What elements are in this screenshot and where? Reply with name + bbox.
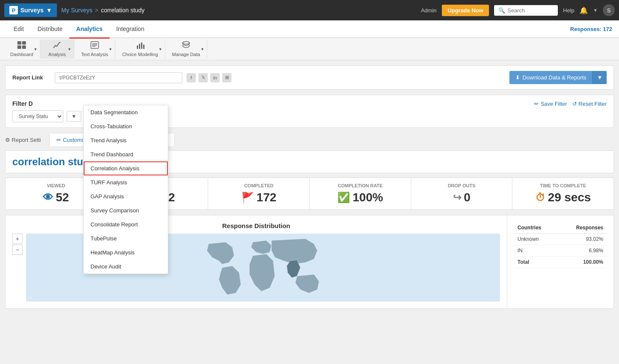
svg-rect-10 <box>141 42 142 49</box>
search-icon: 🔍 <box>498 7 505 14</box>
download-btn-group: ⬇ Download Data & Reports ▼ <box>509 71 607 84</box>
toolbar-choice-modelling-arrow: ▼ <box>158 47 162 51</box>
country-response: 6.98% <box>558 245 607 257</box>
dropout-icon: ↪ <box>453 192 461 203</box>
dashboard-icon <box>17 41 26 51</box>
toolbar-manage-data-label: Manage Data <box>172 52 200 57</box>
dropdown-icon: ▼ <box>593 8 598 13</box>
stat-completion-rate: COMPLETION RATE ✅ 100% <box>310 178 411 209</box>
filter-actions: ✏ Save Filter ↺ Reset Filter <box>534 101 607 107</box>
total-value: 100.00% <box>558 257 607 268</box>
table-row-total: Total 100.00% <box>514 257 607 268</box>
table-row: Unknown 93.02% <box>514 234 607 245</box>
toolbar-dashboard[interactable]: Dashboard ▼ <box>3 40 40 59</box>
search-box[interactable]: 🔍 <box>494 5 558 16</box>
dropdown-item-tubepulse[interactable]: TubePulse <box>84 231 168 245</box>
dropdown-item-consolidate-report[interactable]: Consolidate Report <box>84 217 168 231</box>
toolbar-choice-modelling[interactable]: Choice Modelling ▼ <box>115 40 165 59</box>
report-link-bar: Report Link f 𝕏 in ⊞ ⬇ Download Data & R… <box>5 65 614 90</box>
analysis-dropdown: Data Segmentation Cross-Tabulation Trend… <box>83 105 168 274</box>
report-link-url[interactable] <box>55 72 182 83</box>
countries-column-header: Countries <box>514 222 558 234</box>
save-filter-link[interactable]: ✏ Save Filter <box>534 101 567 107</box>
stat-completed: COMPLETED 🚩 172 <box>208 178 310 209</box>
stat-completed-value: 🚩 172 <box>215 191 302 204</box>
svg-rect-2 <box>17 45 21 49</box>
dropdown-item-correlation-analysis[interactable]: Correlation Analysis <box>84 161 168 175</box>
stat-completion-rate-label: COMPLETION RATE <box>317 183 404 188</box>
timer-icon: ⏱ <box>535 192 546 203</box>
toolbar-text-analysis-label: Text Analysis <box>81 52 108 57</box>
qr-icon[interactable]: ⊞ <box>222 73 232 82</box>
toolbar-manage-data-arrow: ▼ <box>201 47 204 51</box>
dropdown-item-trend-dashboard[interactable]: Trend Dashboard <box>84 147 168 161</box>
user-avatar[interactable]: S <box>603 4 615 16</box>
toolbar-analysis-arrow: ▼ <box>68 47 71 51</box>
svg-rect-0 <box>17 41 21 45</box>
toolbar-choice-modelling-label: Choice Modelling <box>122 52 158 57</box>
survey-status-select[interactable]: Survey Statu <box>12 110 63 122</box>
dropdown-item-data-segmentation[interactable]: Data Segmentation <box>84 105 168 119</box>
flag-icon: 🚩 <box>241 192 254 203</box>
svg-rect-11 <box>143 45 144 49</box>
linkedin-icon[interactable]: in <box>210 73 220 82</box>
reset-filter-link[interactable]: ↺ Reset Filter <box>572 101 607 107</box>
stat-dropouts-value: ↪ 0 <box>418 191 506 204</box>
country-name: IN <box>514 245 558 257</box>
analysis-icon <box>53 41 61 51</box>
admin-label: Admin <box>421 7 437 14</box>
bell-icon[interactable]: 🔔 <box>579 6 588 14</box>
dropdown-item-gap-analysis[interactable]: GAP Analysis <box>84 189 168 203</box>
download-icon: ⬇ <box>515 74 520 81</box>
toolbar-analysis-label: Analysis <box>48 52 66 57</box>
breadcrumb-separator: > <box>95 7 98 14</box>
breadcrumb-current: correlation study <box>101 7 145 14</box>
svg-rect-3 <box>22 45 26 49</box>
toolbar-dashboard-arrow: ▼ <box>34 47 37 51</box>
stat-completed-label: COMPLETED <box>215 183 302 188</box>
eye-icon: 👁 <box>43 192 53 203</box>
filter-dropdown-button[interactable]: ▼ <box>67 111 81 122</box>
report-link-label: Report Link <box>12 74 51 81</box>
nav-item-integration[interactable]: Integration <box>110 20 151 39</box>
twitter-icon[interactable]: 𝕏 <box>198 73 208 82</box>
text-analysis-icon <box>90 41 99 51</box>
reset-filter-icon: ↺ <box>572 101 577 107</box>
toolbar-text-analysis[interactable]: Text Analysis ▼ <box>74 40 116 59</box>
toolbar-manage-data[interactable]: Manage Data ▼ <box>165 40 207 59</box>
report-settings-link[interactable]: ⚙ Report Setti <box>5 137 41 143</box>
download-dropdown-arrow-button[interactable]: ▼ <box>592 71 607 84</box>
map-container: Response Distribution + − <box>6 215 507 308</box>
dropdown-item-survey-comparison[interactable]: Survey Comparison <box>84 203 168 217</box>
nav-item-distribute[interactable]: Distribute <box>31 20 69 39</box>
breadcrumb-my-surveys[interactable]: My Surveys <box>61 7 92 14</box>
dropdown-item-device-audit[interactable]: Device Audit <box>84 260 168 274</box>
checkmark-icon: ✅ <box>337 192 350 203</box>
svg-point-12 <box>183 42 189 44</box>
search-input[interactable] <box>507 7 554 14</box>
dropdown-item-turf-analysis[interactable]: TURF Analysis <box>84 175 168 189</box>
brand-button[interactable]: P Surveys ▼ <box>4 3 57 17</box>
social-icons: f 𝕏 in ⊞ <box>187 73 232 82</box>
dropdown-item-trend-analysis[interactable]: Trend Analysis <box>84 133 168 147</box>
facebook-icon[interactable]: f <box>187 73 196 82</box>
country-name: Unknown <box>514 234 558 245</box>
country-table: Countries Responses Unknown 93.02% IN 6.… <box>507 215 613 308</box>
map-zoom-in-button[interactable]: + <box>12 234 23 244</box>
toolbar-analysis[interactable]: Analysis ▼ <box>40 40 74 59</box>
nav-item-edit[interactable]: Edit <box>7 20 31 39</box>
download-data-reports-button[interactable]: ⬇ Download Data & Reports <box>509 71 592 84</box>
dropdown-item-cross-tabulation[interactable]: Cross-Tabulation <box>84 119 168 133</box>
stat-dropouts: DROP OUTS ↪ 0 <box>411 178 513 209</box>
map-zoom-out-button[interactable]: − <box>12 245 23 255</box>
dropdown-item-heatmap-analysis[interactable]: HeatMap Analysis <box>84 245 168 260</box>
p-logo: P <box>9 6 18 14</box>
nav-item-analytics[interactable]: Analytics <box>69 20 109 39</box>
svg-rect-9 <box>139 44 140 49</box>
responses-column-header: Responses <box>558 222 607 234</box>
stat-time-to-complete-value: ⏱ 29 secs <box>519 191 607 204</box>
help-label: Help <box>563 7 574 14</box>
save-filter-icon: ✏ <box>534 101 539 107</box>
svg-rect-8 <box>137 45 138 49</box>
upgrade-button[interactable]: Upgrade Now <box>442 5 489 16</box>
